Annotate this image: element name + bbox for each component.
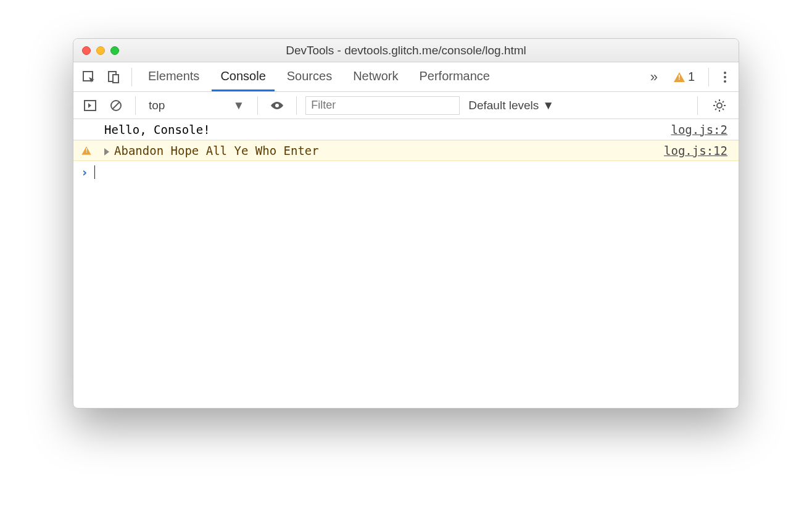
console-prompt[interactable]: › (73, 161, 739, 183)
tab-performance[interactable]: Performance (411, 62, 499, 91)
devtools-window: DevTools - devtools.glitch.me/console/lo… (73, 38, 739, 409)
window-title: DevTools - devtools.glitch.me/console/lo… (73, 44, 739, 57)
separator (257, 96, 258, 115)
text-cursor (94, 165, 95, 179)
separator (131, 68, 132, 86)
svg-rect-2 (113, 75, 118, 83)
levels-label: Default levels (468, 99, 539, 112)
separator (697, 96, 698, 115)
prompt-chevron-icon: › (81, 165, 88, 180)
tab-console[interactable]: Console (212, 62, 274, 91)
separator (296, 96, 297, 115)
warning-icon (674, 72, 685, 82)
chevron-down-icon: ▼ (542, 99, 554, 112)
source-link[interactable]: log.js:12 (664, 144, 727, 157)
live-expression-icon[interactable] (267, 95, 288, 116)
context-selector[interactable]: top ▼ (144, 97, 249, 114)
clear-console-icon[interactable] (106, 95, 126, 116)
svg-point-7 (717, 103, 722, 108)
main-tabs: Elements Console Sources Network Perform… (73, 62, 739, 92)
svg-line-14 (715, 109, 716, 110)
context-label: top (149, 99, 165, 112)
toggle-sidebar-icon[interactable] (80, 95, 101, 116)
separator (708, 68, 709, 86)
chevron-down-icon: ▼ (233, 99, 244, 112)
console-output: Hello, Console! log.js:2 Abandon Hope Al… (73, 119, 739, 408)
tabs-overflow-icon[interactable]: » (644, 69, 664, 85)
console-settings-icon[interactable] (706, 99, 732, 112)
titlebar: DevTools - devtools.glitch.me/console/lo… (73, 39, 739, 62)
source-link[interactable]: log.js:2 (671, 123, 727, 136)
warning-count-badge[interactable]: 1 (668, 70, 701, 84)
device-toolbar-icon[interactable] (103, 67, 124, 88)
tab-elements[interactable]: Elements (139, 62, 208, 91)
settings-menu-icon[interactable] (716, 72, 734, 83)
tab-network[interactable]: Network (344, 62, 407, 91)
inspect-element-icon[interactable] (78, 67, 99, 88)
console-toolbar: top ▼ Default levels ▼ (73, 92, 739, 119)
svg-line-15 (723, 101, 724, 102)
svg-line-13 (723, 109, 724, 110)
svg-point-6 (275, 104, 279, 107)
log-message: Abandon Hope All Ye Who Enter (104, 144, 664, 157)
tab-sources[interactable]: Sources (278, 62, 341, 91)
svg-line-12 (715, 101, 716, 102)
disclosure-triangle-icon[interactable] (104, 148, 109, 156)
log-message: Hello, Console! (104, 123, 671, 136)
filter-input[interactable] (305, 96, 460, 115)
console-row-warn[interactable]: Abandon Hope All Ye Who Enter log.js:12 (73, 140, 739, 161)
separator (135, 96, 136, 115)
svg-line-5 (112, 102, 120, 109)
warning-icon (81, 146, 91, 155)
console-row-log[interactable]: Hello, Console! log.js:2 (73, 119, 739, 140)
log-levels-selector[interactable]: Default levels ▼ (465, 99, 558, 112)
warning-count: 1 (688, 70, 695, 84)
